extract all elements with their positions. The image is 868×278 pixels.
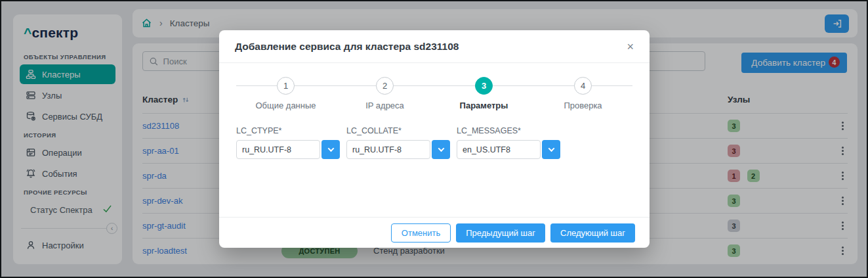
lc-messages-dropdown-button[interactable] — [542, 140, 560, 159]
step-label: Общие данные — [255, 101, 316, 110]
step-verification[interactable]: 4 Проверка — [533, 77, 632, 110]
step-number: 3 — [475, 77, 493, 95]
parameters-form: LC_CTYPE* LC_COLLATE* LC_MESSAGES* — [236, 126, 632, 159]
previous-step-button[interactable]: Предыдущий шаг — [456, 223, 545, 243]
cancel-button[interactable]: Отменить — [391, 223, 451, 243]
lc-messages-input[interactable] — [457, 140, 541, 159]
lc-collate-select — [346, 140, 450, 159]
chevron-down-icon — [327, 145, 334, 152]
close-icon[interactable]: × — [627, 41, 634, 53]
step-general[interactable]: 1 Общие данные — [236, 77, 335, 110]
step-ip-addresses[interactable]: 2 IP адреса — [335, 77, 434, 110]
step-number: 4 — [574, 77, 592, 95]
lc-ctype-input[interactable] — [236, 140, 320, 159]
add-service-modal: Добавление сервиса для кластера sd231108… — [219, 30, 650, 248]
modal-body: 1 Общие данные 2 IP адреса 3 Параметры 4… — [219, 63, 650, 217]
lc-ctype-dropdown-button[interactable] — [321, 140, 340, 159]
modal-title: Добавление сервиса для кластера sd231108 — [235, 41, 459, 53]
field-lc-messages: LC_MESSAGES* — [457, 126, 560, 159]
step-number: 1 — [277, 77, 295, 95]
lc-collate-input[interactable] — [346, 140, 430, 159]
step-parameters[interactable]: 3 Параметры — [434, 77, 533, 110]
step-label: Параметры — [460, 101, 508, 110]
field-lc-ctype: LC_CTYPE* — [236, 126, 340, 159]
field-lc-collate: LC_COLLATE* — [346, 126, 450, 159]
lc-collate-dropdown-button[interactable] — [432, 140, 450, 159]
chevron-down-icon — [548, 145, 554, 152]
field-label: LC_COLLATE* — [346, 126, 450, 135]
app-window: ^спектр ОБЪЕКТЫ УПРАВЛЕНИЯ Кластеры Узлы… — [0, 0, 868, 278]
modal-header: Добавление сервиса для кластера sd231108… — [219, 30, 650, 63]
modal-footer: Отменить Предыдущий шаг Следующий шаг — [219, 217, 650, 248]
chevron-down-icon — [438, 145, 444, 152]
lc-ctype-select — [236, 140, 340, 159]
step-label: Проверка — [564, 101, 602, 110]
lc-messages-select — [457, 140, 560, 159]
next-step-button[interactable]: Следующий шаг — [550, 223, 635, 243]
step-number: 2 — [376, 77, 394, 95]
field-label: LC_CTYPE* — [236, 126, 340, 135]
wizard-stepper: 1 Общие данные 2 IP адреса 3 Параметры 4… — [236, 77, 632, 110]
field-label: LC_MESSAGES* — [457, 126, 560, 135]
step-label: IP адреса — [365, 101, 404, 110]
